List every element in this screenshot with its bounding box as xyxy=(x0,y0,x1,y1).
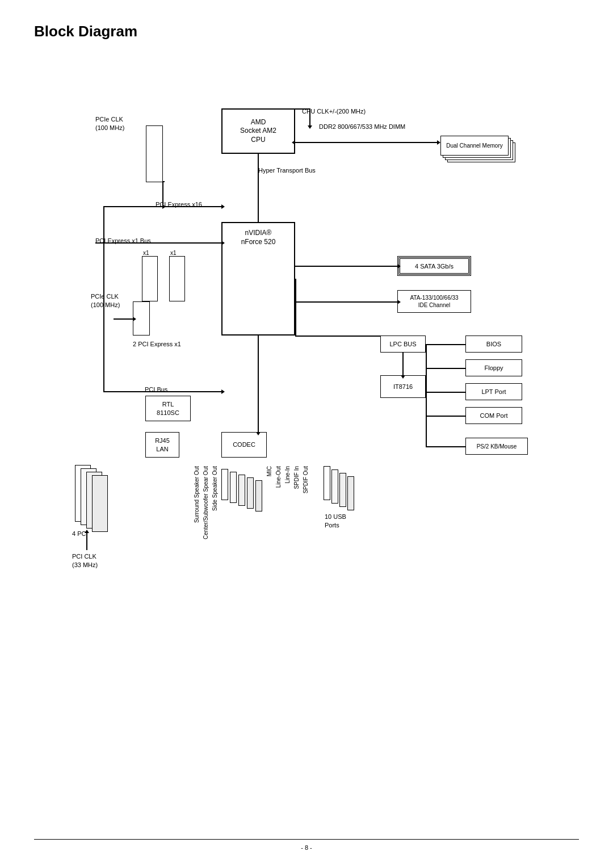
page-number: - 8 - xyxy=(301,844,312,851)
nforce-codec-arrow xyxy=(258,336,259,432)
page-title: Block Diagram xyxy=(34,23,579,40)
ps2-label: PS/2 KB/Mouse xyxy=(477,443,517,450)
usb-conn-1 xyxy=(324,466,330,500)
surround-label: Surround Speaker Out xyxy=(193,466,200,525)
ps2-box: PS/2 KB/Mouse xyxy=(465,438,528,455)
pcie-x16-arrow xyxy=(162,206,221,207)
ddr2-cpu-arrow xyxy=(295,142,437,143)
rj45-label: RJ45 LAN xyxy=(155,437,170,453)
nforce-ide-arrow xyxy=(295,301,397,303)
usb-label: 10 USB Ports xyxy=(325,505,346,529)
usb-conn-4 xyxy=(347,476,354,510)
line-out-label: Line-Out xyxy=(275,466,282,490)
it8716-to-bios xyxy=(426,344,465,345)
pcie-clk-mid-label: PCIe CLK (100 MHz) xyxy=(91,284,120,309)
dual-channel-label: Dual Channel Memory xyxy=(445,141,504,150)
nforce-lpc-line xyxy=(295,336,380,337)
bios-label: BIOS xyxy=(486,340,501,348)
lpt-box: LPT Port xyxy=(465,383,522,400)
floppy-label: Floppy xyxy=(484,364,503,372)
com-box: COM Port xyxy=(465,407,522,424)
side-label: Side Speaker Out xyxy=(211,466,219,513)
nforce-label: nVIDIA® nForce 520 xyxy=(222,229,294,246)
nforce-box: nVIDIA® nForce 520 xyxy=(221,222,295,336)
pci-slot-4 xyxy=(92,475,108,532)
bios-box: BIOS xyxy=(465,336,522,353)
lpc-bus-box: LPC BUS xyxy=(380,336,426,353)
diagram-area: AMD Socket AM2 CPU PCIe CLK (100 MHz) CP… xyxy=(34,57,579,824)
main-vert-bus xyxy=(103,206,104,391)
it8716-label: IT8716 xyxy=(393,383,413,391)
center-label: Center/Subwoofer Spear Out xyxy=(202,466,209,541)
audio-conn-5 xyxy=(255,480,262,511)
mic-label: MIC xyxy=(266,466,273,479)
rtl-label: RTL 8110SC xyxy=(157,400,179,417)
it8716-to-ps2-h xyxy=(426,446,465,447)
audio-conn-3 xyxy=(238,475,245,506)
cpu-clk-label: CPU CLK+/-(200 MHz) xyxy=(302,107,366,115)
audio-conn-1 xyxy=(221,469,228,500)
mem-card-main: Dual Channel Memory xyxy=(440,136,509,156)
audio-conn-4 xyxy=(247,477,254,509)
spdif-out-label: SPDIF Out xyxy=(302,466,309,496)
cpu-clk-arrow xyxy=(309,108,310,125)
floppy-box: Floppy xyxy=(465,359,522,376)
lpc-bus-label: LPC BUS xyxy=(389,340,416,348)
nforce-sata-arrow xyxy=(295,266,397,267)
pcie-clk-mid-arrow xyxy=(114,318,133,320)
cpu-clk-horiz xyxy=(258,108,310,110)
pcie-x1-slot-2 xyxy=(169,256,185,301)
hyper-transport-label: Hyper Transport Bus xyxy=(258,166,316,174)
line-in-label: Line-In xyxy=(284,466,291,485)
com-label: COM Port xyxy=(480,412,508,420)
ddr2-label: DDR2 800/667/533 MHz DIMM xyxy=(319,123,405,131)
rtl-box: RTL 8110SC xyxy=(145,396,191,421)
pci-clk-label: PCI CLK (33 MHz) xyxy=(72,544,98,569)
footer: - 8 - xyxy=(34,839,579,851)
lpt-label: LPT Port xyxy=(481,388,506,396)
pci-bus-arrow xyxy=(103,391,221,392)
cpu-label: AMD Socket AM2 CPU xyxy=(240,118,276,145)
it8716-to-lpt xyxy=(426,392,465,393)
audio-conn-2 xyxy=(230,472,237,503)
pcie-x1-slot-1 xyxy=(142,256,158,301)
it8716-to-com xyxy=(426,416,465,417)
it8716-box: IT8716 xyxy=(380,375,426,398)
usb-conn-3 xyxy=(339,473,346,507)
pcie-slot-top xyxy=(146,125,163,182)
sata-label: 4 SATA 3Gb/s xyxy=(415,263,454,270)
ide-label: ATA-133/100/66/33 IDE Channel xyxy=(410,294,458,309)
page: Block Diagram AMD Socket AM2 CPU PCIe CL… xyxy=(0,0,613,868)
spdif-in-label: SPDIF In xyxy=(293,466,300,491)
pci-bus-label: PCI Bus xyxy=(145,385,167,393)
pcie-top-horiz xyxy=(162,181,165,182)
hyper-transport-line xyxy=(258,154,259,222)
ide-box: ATA-133/100/66/33 IDE Channel xyxy=(397,290,471,313)
pci-clk-arrow xyxy=(86,533,87,550)
lpc-it8716-arrow xyxy=(402,353,404,375)
cpu-box: AMD Socket AM2 CPU xyxy=(221,108,295,154)
codec-box: CODEC xyxy=(221,432,267,458)
codec-label: CODEC xyxy=(233,441,255,448)
pci-express-x1-2-label: 2 PCI Express x1 xyxy=(133,340,181,348)
rj45-box: RJ45 LAN xyxy=(145,432,179,458)
usb-conn-2 xyxy=(331,469,338,504)
pcie-top-to-x16 xyxy=(162,181,163,206)
pcie-x16-from-bus xyxy=(103,206,162,207)
nforce-lpc-vert xyxy=(295,279,296,336)
it8716-peripheral-vert xyxy=(426,344,427,447)
it8716-to-floppy xyxy=(426,368,465,369)
pcie-x1-bus-arrow xyxy=(95,242,221,244)
pcie-clk-top-label: PCIe CLK (100 MHz) xyxy=(95,107,124,132)
